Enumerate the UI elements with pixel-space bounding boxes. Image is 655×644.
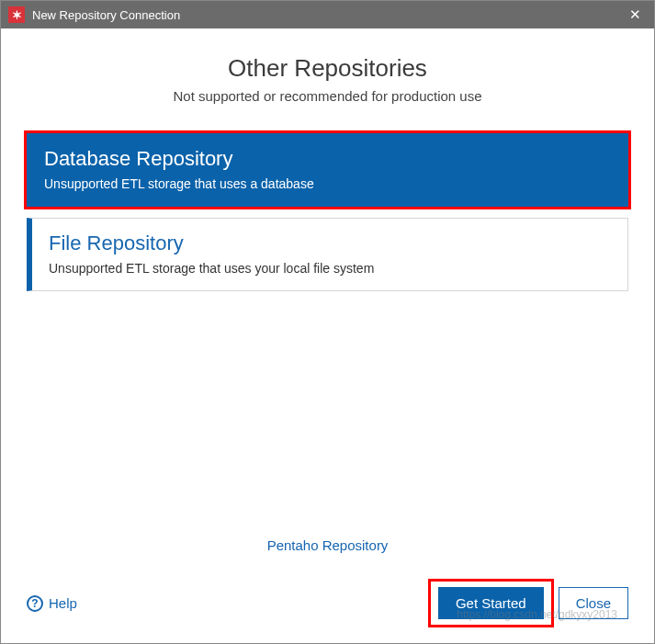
help-icon: ? (27, 595, 43, 612)
heading-area: Other Repositories Not supported or reco… (27, 54, 628, 104)
pentaho-repository-link[interactable]: Pentaho Repository (267, 537, 389, 553)
close-button[interactable]: Close (559, 587, 628, 619)
get-started-button[interactable]: Get Started (438, 587, 544, 619)
page-title: Other Repositories (27, 54, 628, 83)
get-started-highlight: Get Started (431, 582, 551, 625)
option-file-repository[interactable]: File Repository Unsupported ETL storage … (27, 218, 628, 291)
pentaho-repository-link-row: Pentaho Repository (27, 537, 628, 554)
dialog-content: Other Repositories Not supported or reco… (1, 28, 654, 643)
option-title: Database Repository (44, 147, 611, 171)
repository-options: Database Repository Unsupported ETL stor… (27, 133, 628, 291)
titlebar: ✶ New Repository Connection ✕ (1, 1, 654, 28)
page-subtitle: Not supported or recommended for product… (27, 88, 628, 104)
option-desc: Unsupported ETL storage that uses your l… (49, 261, 611, 276)
window-title: New Repository Connection (32, 8, 180, 22)
app-icon: ✶ (8, 6, 25, 23)
option-title: File Repository (49, 232, 611, 255)
help-link[interactable]: ? Help (27, 595, 77, 612)
help-label: Help (49, 595, 77, 611)
option-desc: Unsupported ETL storage that uses a data… (44, 176, 611, 191)
footer: ? Help Get Started Close (27, 582, 628, 625)
option-database-repository[interactable]: Database Repository Unsupported ETL stor… (27, 133, 628, 207)
close-icon[interactable]: ✕ (624, 6, 647, 23)
